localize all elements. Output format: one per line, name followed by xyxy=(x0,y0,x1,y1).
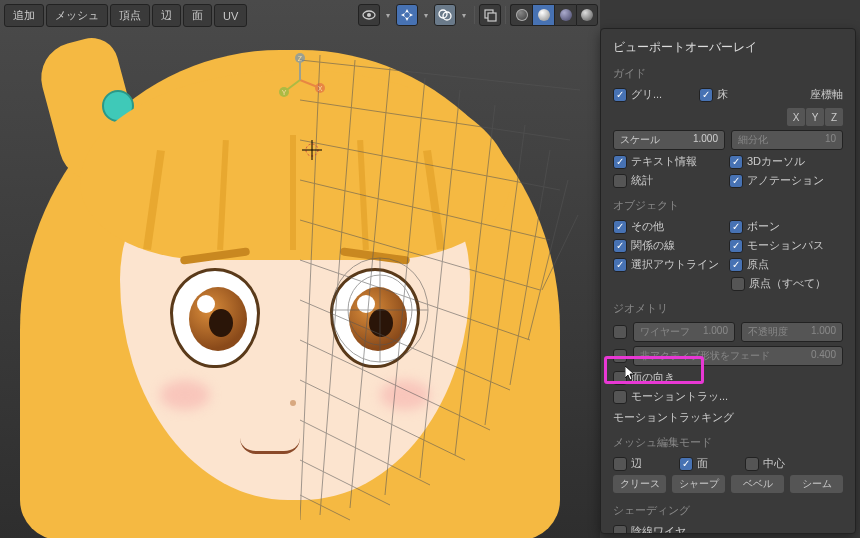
shading-solid[interactable] xyxy=(532,4,554,26)
field-subdivisions[interactable]: 細分化10 xyxy=(731,130,843,150)
3d-cursor-icon xyxy=(302,140,322,160)
label-face-orientation: 面の向き xyxy=(631,370,675,385)
btn-creases[interactable]: クリース xyxy=(613,475,666,493)
axis-y-toggle[interactable]: Y xyxy=(806,108,824,126)
header-right-controls: ▾ ▾ ▾ xyxy=(358,4,598,26)
checkbox-faces[interactable]: ✓ xyxy=(679,457,693,471)
field-scale[interactable]: スケール1.000 xyxy=(613,130,725,150)
overlay-popover: ビューポートオーバーレイ ガイド ✓グリ... ✓床 座標軸 X Y Z スケー… xyxy=(600,28,856,534)
btn-bevel[interactable]: ベベル xyxy=(731,475,784,493)
label-3dcursor: 3Dカーソル xyxy=(747,154,805,169)
panel-title: ビューポートオーバーレイ xyxy=(613,39,843,56)
menu-vertex[interactable]: 頂点 xyxy=(110,4,150,27)
checkbox-extras[interactable]: ✓ xyxy=(613,220,627,234)
dropdown-arrow-icon[interactable]: ▾ xyxy=(382,4,394,26)
field-wireframe[interactable]: ワイヤーフ1.000 xyxy=(633,322,735,342)
label-edges: 辺 xyxy=(631,456,642,471)
menu-uv[interactable]: UV xyxy=(214,4,247,27)
section-objects: オブジェクト xyxy=(613,198,843,213)
label-grid: グリ... xyxy=(631,87,662,102)
checkbox-center[interactable] xyxy=(745,457,759,471)
checkbox-relationship[interactable]: ✓ xyxy=(613,239,627,253)
label-center: 中心 xyxy=(763,456,785,471)
label-axes: 座標軸 xyxy=(810,87,843,102)
svg-rect-43 xyxy=(488,13,496,21)
axis-x-toggle[interactable]: X xyxy=(787,108,805,126)
shading-rendered[interactable] xyxy=(576,4,598,26)
menu-add[interactable]: 追加 xyxy=(4,4,44,27)
checkbox-wireframe[interactable] xyxy=(613,325,627,339)
label-motion-tracking-full: モーショントラッキング xyxy=(613,410,734,425)
menu-face[interactable]: 面 xyxy=(183,4,212,27)
svg-point-39 xyxy=(367,13,371,17)
label-hidden-wire: 陰線ワイヤ xyxy=(631,524,686,534)
label-bones: ボーン xyxy=(747,219,780,234)
shading-material[interactable] xyxy=(554,4,576,26)
section-shading: シェーディング xyxy=(613,503,843,518)
checkbox-hidden-wire[interactable] xyxy=(613,525,627,535)
checkbox-origins-all[interactable] xyxy=(731,277,745,291)
svg-text:X: X xyxy=(318,85,323,92)
shading-mode-group xyxy=(510,4,598,26)
label-floor: 床 xyxy=(717,87,728,102)
checkbox-edges[interactable] xyxy=(613,457,627,471)
viewport-3d[interactable]: X Y Z xyxy=(0,0,600,538)
btn-sharp[interactable]: シャープ xyxy=(672,475,725,493)
checkbox-grid[interactable]: ✓ xyxy=(613,88,627,102)
edit-mode-menu: 追加 メッシュ 頂点 辺 面 UV xyxy=(4,4,247,27)
label-origins-all: 原点（すべて） xyxy=(749,276,826,291)
mouse-cursor-icon xyxy=(625,366,637,382)
label-motion-tracking: モーショントラッ... xyxy=(631,389,728,404)
checkbox-annotations[interactable]: ✓ xyxy=(729,174,743,188)
checkbox-stats[interactable] xyxy=(613,174,627,188)
label-textinfo: テキスト情報 xyxy=(631,154,697,169)
label-annotations: アノテーション xyxy=(747,173,824,188)
checkbox-floor[interactable]: ✓ xyxy=(699,88,713,102)
checkbox-motionpaths[interactable]: ✓ xyxy=(729,239,743,253)
label-origins: 原点 xyxy=(747,257,769,272)
axis-z-toggle[interactable]: Z xyxy=(825,108,843,126)
overlay-toggle[interactable] xyxy=(434,4,456,26)
shading-wireframe[interactable] xyxy=(510,4,532,26)
checkbox-motion-tracking[interactable] xyxy=(613,390,627,404)
menu-mesh[interactable]: メッシュ xyxy=(46,4,108,27)
dropdown-arrow-icon[interactable]: ▾ xyxy=(458,4,470,26)
checkbox-bones[interactable]: ✓ xyxy=(729,220,743,234)
svg-text:Z: Z xyxy=(298,55,303,62)
section-geometry: ジオメトリ xyxy=(613,301,843,316)
checkbox-3dcursor[interactable]: ✓ xyxy=(729,155,743,169)
checkbox-origins[interactable]: ✓ xyxy=(729,258,743,272)
xray-toggle[interactable] xyxy=(479,4,501,26)
label-relationship: 関係の線 xyxy=(631,238,675,253)
section-mesh-edit: メッシュ編集モード xyxy=(613,435,843,450)
svg-text:Y: Y xyxy=(282,89,287,96)
section-guides: ガイド xyxy=(613,66,843,81)
label-stats: 統計 xyxy=(631,173,653,188)
gizmo-toggle[interactable] xyxy=(396,4,418,26)
label-outline: 選択アウトライン xyxy=(631,257,719,272)
visibility-toggle[interactable] xyxy=(358,4,380,26)
label-faces: 面 xyxy=(697,456,708,471)
navigation-gizmo[interactable]: X Y Z xyxy=(272,52,328,108)
label-extras: その他 xyxy=(631,219,664,234)
checkbox-outline[interactable]: ✓ xyxy=(613,258,627,272)
dropdown-arrow-icon[interactable]: ▾ xyxy=(420,4,432,26)
checkbox-fade-inactive[interactable] xyxy=(613,349,627,363)
field-fade-inactive[interactable]: 非アクティブ形状をフェード0.400 xyxy=(633,346,843,366)
menu-edge[interactable]: 辺 xyxy=(152,4,181,27)
label-motionpaths: モーションパス xyxy=(747,238,824,253)
btn-seams[interactable]: シーム xyxy=(790,475,843,493)
checkbox-textinfo[interactable]: ✓ xyxy=(613,155,627,169)
field-opacity[interactable]: 不透明度1.000 xyxy=(741,322,843,342)
